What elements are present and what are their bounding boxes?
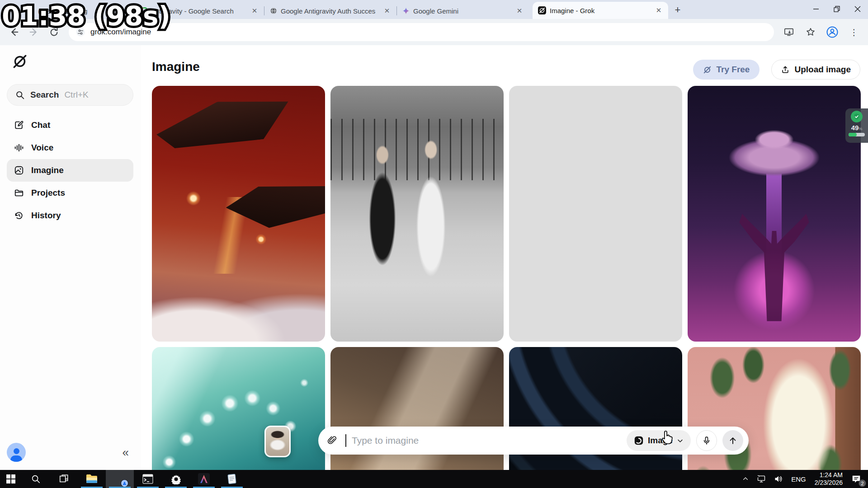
new-tab-button[interactable]: + bbox=[671, 4, 684, 17]
page-header: Imagine Try Free Upload image bbox=[141, 45, 868, 86]
window-controls bbox=[806, 0, 868, 18]
chevron-down-icon bbox=[677, 437, 684, 444]
screen: (5,296) - 252@g ✕ antigravity - Google S… bbox=[0, 0, 868, 488]
browser-menu-icon[interactable]: ⋮ bbox=[845, 23, 863, 41]
try-free-button[interactable]: Try Free bbox=[693, 60, 760, 80]
site-settings-icon[interactable] bbox=[76, 28, 85, 37]
upload-image-label: Upload image bbox=[794, 65, 851, 75]
microphone-button[interactable] bbox=[696, 430, 717, 451]
tab-title: Google Gemini bbox=[413, 7, 511, 15]
widget-percent: 49 bbox=[851, 124, 859, 131]
gallery-image[interactable] bbox=[688, 86, 861, 342]
tab-strip: (5,296) - 252@g ✕ antigravity - Google S… bbox=[0, 0, 868, 19]
browser-toolbar: grok.com/imagine ⋮ bbox=[0, 19, 868, 45]
shield-check-icon bbox=[851, 111, 863, 122]
url-text: grok.com/imagine bbox=[90, 28, 151, 37]
taskbar-clock[interactable]: 1:24 AM 2/23/2026 bbox=[810, 471, 847, 487]
sidebar-item-label: Chat bbox=[31, 120, 50, 130]
tab-title: Google Antigravity Auth Succes bbox=[281, 7, 378, 15]
action-center-button[interactable]: 2 bbox=[847, 470, 865, 488]
prompt-bar: Type to imagine Image bbox=[318, 427, 749, 455]
media-thumbnail[interactable] bbox=[264, 426, 291, 457]
clock-time: 1:24 AM bbox=[820, 471, 843, 479]
submit-button[interactable] bbox=[722, 430, 743, 451]
search-shortcut: Ctrl+K bbox=[64, 90, 88, 100]
taskbar-search-button[interactable] bbox=[22, 470, 50, 488]
tab-close-icon[interactable]: ✕ bbox=[250, 6, 259, 16]
task-view-button[interactable] bbox=[50, 470, 78, 488]
tab-close-icon[interactable]: ✕ bbox=[120, 6, 130, 16]
tab-google-search[interactable]: antigravity - Google Search ✕ bbox=[135, 3, 264, 19]
sidebar-item-label: Voice bbox=[31, 143, 53, 153]
tab-close-icon[interactable]: ✕ bbox=[654, 5, 664, 15]
address-bar[interactable]: grok.com/imagine bbox=[69, 23, 774, 41]
tab-auth[interactable]: Google Antigravity Auth Succes ✕ bbox=[264, 3, 396, 19]
upload-image-button[interactable]: Upload image bbox=[771, 60, 860, 80]
sidebar-item-label: History bbox=[31, 211, 61, 221]
sidebar-footer: « bbox=[7, 443, 133, 462]
file-explorer-button[interactable] bbox=[78, 470, 106, 488]
forward-icon[interactable] bbox=[25, 23, 42, 41]
tray-chevron-icon[interactable] bbox=[738, 470, 753, 488]
search-icon bbox=[15, 90, 25, 100]
minimize-button[interactable] bbox=[806, 0, 826, 18]
gmail-icon bbox=[27, 7, 34, 14]
restore-button[interactable] bbox=[826, 0, 847, 18]
sidebar-item-imagine[interactable]: Imagine bbox=[7, 159, 133, 182]
close-window-button[interactable] bbox=[847, 0, 868, 18]
grok-logo-icon bbox=[12, 53, 28, 71]
antigravity-app-button[interactable] bbox=[190, 470, 218, 488]
network-icon[interactable] bbox=[753, 470, 770, 488]
reload-icon[interactable] bbox=[45, 23, 62, 41]
gallery-image[interactable] bbox=[330, 86, 504, 342]
terminal-button[interactable] bbox=[134, 470, 162, 488]
notepad-button[interactable] bbox=[218, 470, 246, 488]
tab-close-icon[interactable]: ✕ bbox=[382, 6, 392, 16]
user-avatar[interactable] bbox=[7, 443, 26, 462]
grok-imagine-page: Search Ctrl+K Chat Voice Imagine bbox=[0, 45, 868, 470]
chrome-taskbar-button[interactable] bbox=[106, 470, 134, 488]
collapse-sidebar-icon[interactable]: « bbox=[123, 446, 133, 460]
back-icon[interactable] bbox=[5, 23, 23, 41]
text-caret bbox=[345, 434, 346, 447]
gallery-image[interactable] bbox=[152, 347, 325, 470]
search-input[interactable]: Search Ctrl+K bbox=[7, 84, 133, 106]
profile-avatar-icon[interactable] bbox=[824, 23, 841, 41]
install-app-icon[interactable] bbox=[780, 23, 797, 41]
tab-grok-active[interactable]: Imagine - Grok ✕ bbox=[533, 2, 668, 19]
bookmark-star-icon[interactable] bbox=[802, 23, 819, 41]
gallery-image[interactable] bbox=[509, 86, 682, 342]
google-icon bbox=[141, 7, 148, 14]
language-indicator[interactable]: ENG bbox=[787, 470, 810, 488]
security-widget[interactable]: 49% bbox=[845, 108, 868, 143]
image-gallery bbox=[152, 86, 861, 470]
imagine-icon bbox=[14, 165, 24, 175]
sidebar: Search Ctrl+K Chat Voice Imagine bbox=[0, 45, 141, 470]
volume-icon[interactable] bbox=[770, 470, 787, 488]
tab-gmail[interactable]: (5,296) - 252@g ✕ bbox=[22, 3, 135, 19]
tab-title: Imagine - Grok bbox=[550, 7, 650, 14]
tab-close-icon[interactable]: ✕ bbox=[514, 6, 524, 16]
sidebar-item-label: Projects bbox=[31, 188, 65, 198]
toolbar-actions: ⋮ bbox=[780, 23, 863, 41]
sidebar-item-history[interactable]: History bbox=[7, 204, 133, 227]
clock-date: 2/23/2026 bbox=[815, 479, 843, 487]
attachment-icon[interactable] bbox=[327, 436, 337, 446]
gallery-image[interactable] bbox=[152, 86, 325, 342]
tab-gemini[interactable]: Google Gemini ✕ bbox=[397, 3, 529, 19]
voice-waveform-icon bbox=[14, 143, 24, 153]
mode-dropdown[interactable]: Image bbox=[627, 430, 691, 451]
start-button[interactable] bbox=[0, 470, 22, 488]
folder-icon bbox=[14, 188, 24, 198]
sidebar-nav: Chat Voice Imagine Projects History bbox=[7, 114, 133, 227]
chat-icon bbox=[14, 120, 24, 130]
prompt-input[interactable]: Type to imagine bbox=[352, 435, 621, 446]
sidebar-item-chat[interactable]: Chat bbox=[7, 114, 133, 136]
sidebar-item-voice[interactable]: Voice bbox=[7, 136, 133, 159]
chrome-profile-badge bbox=[121, 479, 128, 487]
grok-icon bbox=[538, 6, 546, 14]
tab-title: (5,296) - 252@g bbox=[38, 7, 117, 15]
sidebar-item-projects[interactable]: Projects bbox=[7, 182, 133, 204]
settings-button[interactable] bbox=[162, 470, 190, 488]
history-icon bbox=[14, 211, 24, 221]
